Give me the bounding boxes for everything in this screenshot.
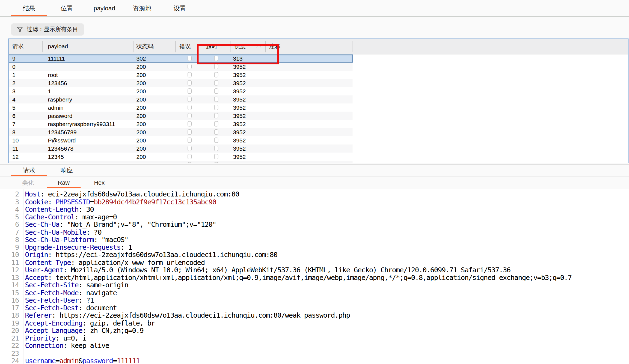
code-line: 18Referer: https://eci-2zeajxfds60dsw7o1… — [0, 311, 629, 319]
editor-tab-3[interactable]: Hex — [82, 177, 117, 188]
timeout-checkbox[interactable] — [214, 129, 218, 135]
table-row[interactable]: 5admin2003952 — [9, 104, 353, 112]
error-checkbox[interactable] — [188, 129, 192, 135]
top-tab-5[interactable]: 设置 — [161, 0, 199, 16]
timeout-checkbox[interactable] — [214, 154, 218, 159]
code-line: 8Sec-Ch-Ua-Platform: "macOS" — [0, 235, 629, 243]
code-line: 13Accept: text/html,application/xhtml+xm… — [0, 273, 629, 281]
cell-len: 3952 — [233, 129, 246, 135]
top-tab-3[interactable]: payload — [86, 0, 123, 16]
timeout-checkbox[interactable] — [214, 97, 218, 102]
cell-len: 3952 — [233, 121, 246, 127]
cell-req: 1 — [12, 71, 16, 78]
error-checkbox[interactable] — [188, 113, 192, 118]
table-row[interactable]: 81234567892003952 — [9, 128, 353, 136]
table-row[interactable]: 312003952 — [9, 87, 353, 96]
error-checkbox[interactable] — [188, 97, 192, 102]
line-content: Origin: https://eci-2zeajxfds60dsw7o13aa… — [25, 250, 277, 259]
code-line: 16Sec-Fetch-User: ?1 — [0, 296, 629, 304]
line-content: Upgrade-Insecure-Requests: 1 — [25, 243, 132, 251]
detail-tab-2[interactable]: 响应 — [48, 165, 86, 176]
timeout-checkbox[interactable] — [214, 162, 218, 163]
column-header-1[interactable]: 请求 — [12, 43, 24, 50]
table-row[interactable]: 10P@ssw0rd2003952 — [9, 136, 353, 145]
cell-len: 3952 — [233, 112, 246, 119]
filter-bar[interactable]: 过滤：显示所有条目 — [11, 23, 84, 36]
line-number: 10 — [0, 250, 19, 259]
table-row[interactable] — [9, 161, 353, 163]
code-line: 20Accept-Language: zh-CN,zh;q=0.9 — [0, 326, 629, 334]
cell-len: 3952 — [233, 104, 246, 111]
cell-st: 200 — [137, 88, 146, 94]
cell-pay: 12345 — [48, 153, 64, 160]
error-checkbox[interactable] — [188, 138, 192, 143]
timeout-checkbox[interactable] — [214, 80, 218, 86]
cell-st: 200 — [137, 137, 146, 144]
timeout-checkbox[interactable] — [214, 72, 218, 77]
results-table: 请求payload状态码错误超时长度注释 9111111302313020039… — [8, 38, 629, 163]
editor-tab-1[interactable]: 美化 — [10, 177, 46, 188]
table-row[interactable]: 6password2003952 — [9, 112, 353, 120]
table-row[interactable]: 12123452003952 — [9, 153, 353, 161]
cell-pay: 1 — [48, 88, 51, 94]
detail-tab-bar: 请求响应 — [10, 165, 86, 176]
column-separator — [175, 41, 176, 52]
error-checkbox[interactable] — [188, 154, 192, 159]
top-tab-2[interactable]: 位置 — [48, 0, 86, 16]
timeout-checkbox[interactable] — [214, 146, 218, 151]
line-number: 3 — [0, 198, 19, 206]
cell-pay: 123456 — [48, 80, 67, 86]
line-content: Content-Type: application/x-www-form-url… — [25, 258, 205, 266]
column-header-4[interactable]: 错误 — [179, 43, 191, 50]
error-checkbox[interactable] — [188, 72, 192, 77]
cell-st: 200 — [137, 145, 146, 152]
line-content: Sec-Fetch-Dest: document — [25, 303, 117, 312]
error-checkbox[interactable] — [188, 56, 192, 61]
table-row[interactable]: 02003952 — [9, 63, 353, 71]
line-number: 15 — [0, 288, 19, 297]
column-header-3[interactable]: 状态码 — [137, 43, 154, 50]
line-content: Accept-Language: zh-CN,zh;q=0.9 — [25, 326, 144, 335]
column-header-2[interactable]: payload — [48, 43, 68, 50]
table-row[interactable]: 1root2003952 — [9, 71, 353, 79]
code-lines: 2Host: eci-2zeajxfds60dsw7o13aa.cloudeci… — [0, 190, 629, 364]
table-row[interactable]: 7raspberryraspberry9933112003952 — [9, 120, 353, 128]
table-row[interactable]: 21234562003952 — [9, 79, 353, 87]
error-checkbox[interactable] — [188, 64, 192, 69]
raw-request-editor[interactable]: 2Host: eci-2zeajxfds60dsw7o13aa.cloudeci… — [0, 189, 629, 364]
code-line: 2Host: eci-2zeajxfds60dsw7o13aa.cloudeci… — [0, 190, 629, 198]
timeout-checkbox[interactable] — [214, 113, 218, 118]
editor-mode-tab-bar: 美化RawHex — [10, 177, 117, 188]
code-line: 17Sec-Fetch-Dest: document — [0, 303, 629, 311]
column-separator — [353, 41, 353, 52]
error-checkbox[interactable] — [188, 80, 192, 86]
timeout-checkbox[interactable] — [214, 64, 218, 69]
error-checkbox[interactable] — [188, 105, 192, 110]
error-checkbox[interactable] — [188, 121, 192, 127]
line-number: 20 — [0, 326, 19, 335]
line-number: 21 — [0, 334, 19, 342]
detail-tab-divider — [0, 176, 629, 177]
timeout-checkbox[interactable] — [214, 105, 218, 110]
line-content: Cookie: PHPSESSID=bb2894dc44b2f9e9f17cc1… — [25, 198, 216, 206]
table-row[interactable]: 4raspberry2003952 — [9, 96, 353, 104]
table-row[interactable]: 11123456782003952 — [9, 145, 353, 153]
timeout-checkbox[interactable] — [214, 88, 218, 94]
line-content: Accept-Encoding: gzip, deflate, br — [25, 319, 155, 327]
error-checkbox[interactable] — [188, 88, 192, 94]
annotation-red-box — [197, 44, 279, 64]
line-number: 19 — [0, 319, 19, 327]
table-row[interactable]: 9111111302313 — [9, 55, 353, 63]
error-checkbox[interactable] — [188, 146, 192, 151]
top-tab-4[interactable]: 资源池 — [123, 0, 161, 16]
timeout-checkbox[interactable] — [214, 138, 218, 143]
detail-tab-1[interactable]: 请求 — [10, 165, 48, 176]
cell-pay: 12345678 — [48, 145, 73, 152]
error-checkbox[interactable] — [188, 162, 192, 163]
timeout-checkbox[interactable] — [214, 121, 218, 127]
line-content: Priority: u=0, i — [25, 334, 86, 342]
line-number: 4 — [0, 205, 19, 213]
top-tab-1[interactable]: 结果 — [10, 0, 48, 16]
editor-tab-2[interactable]: Raw — [46, 177, 82, 188]
horizontal-splitter[interactable] — [0, 164, 629, 164]
